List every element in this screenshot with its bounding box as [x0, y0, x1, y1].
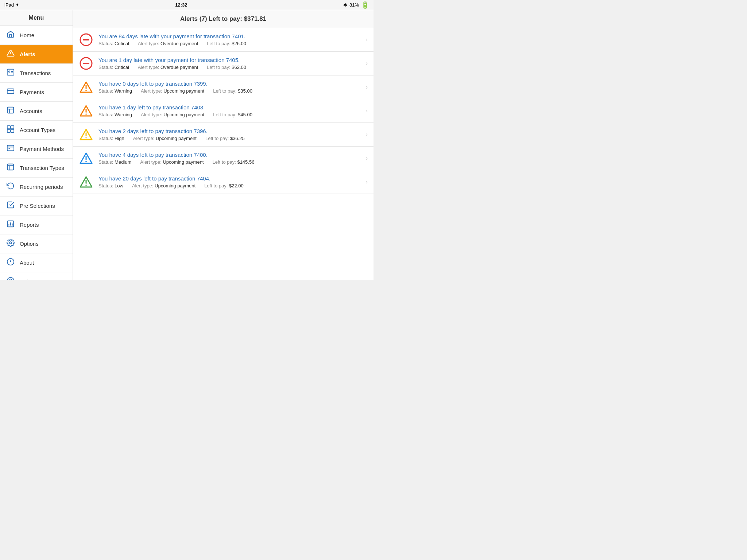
ipad-label: iPad ✦ [4, 2, 19, 8]
options-icon [6, 239, 15, 249]
alert-body-2: You are 1 day late with your payment for… [98, 57, 358, 70]
svg-point-25 [9, 242, 12, 244]
sidebar-label-payments: Payments [20, 89, 44, 95]
alert-type-label-7: Alert type: Upcoming payment [132, 183, 196, 188]
left-to-pay-label-6: Left to pay: $145.56 [212, 159, 254, 165]
svg-rect-18 [8, 164, 14, 170]
status-label-3: Status: Warning [98, 88, 132, 94]
account-types-icon [6, 125, 15, 135]
sidebar-label-alerts: Alerts [20, 51, 35, 57]
battery-label: 81% [349, 2, 359, 8]
alert-meta-6: Status: Medium Alert type: Upcoming paym… [98, 159, 358, 165]
svg-rect-33 [83, 39, 89, 40]
alert-type-label-2: Alert type: Overdue payment [138, 65, 198, 70]
sidebar-item-recurring-periods[interactable]: Recurring periods [0, 178, 73, 197]
reports-icon [6, 220, 15, 230]
alert-meta-2: Status: Critical Alert type: Overdue pay… [98, 65, 358, 70]
alert-body-3: You have 0 days left to pay transaction … [98, 81, 358, 94]
svg-rect-37 [86, 85, 87, 89]
alert-type-label-6: Alert type: Upcoming payment [140, 159, 204, 165]
sidebar-item-help[interactable]: Help [0, 272, 73, 280]
sidebar-item-home[interactable]: Home [0, 26, 73, 45]
content-header: Alerts (7) Left to pay: $371.81 [73, 10, 374, 28]
status-label-4: Status: Warning [98, 112, 132, 117]
alert-icon-2 [79, 56, 93, 71]
status-label-6: Status: Medium [98, 159, 131, 165]
bluetooth-icon: ✱ [343, 2, 347, 8]
alert-title-3: You have 0 days left to pay transaction … [98, 81, 358, 87]
left-to-pay-label-2: Left to pay: $62.00 [207, 65, 246, 70]
sidebar-item-payments[interactable]: Payments [0, 83, 73, 102]
svg-point-41 [85, 113, 87, 115]
svg-rect-8 [8, 107, 14, 113]
status-right: ✱ 81% 🔋 [343, 1, 369, 9]
alert-row-3[interactable]: You have 0 days left to pay transaction … [73, 75, 374, 99]
sidebar-label-pre-selections: Pre Selections [20, 203, 55, 209]
sidebar-label-transaction-types: Transaction Types [20, 165, 64, 171]
svg-rect-15 [7, 145, 14, 151]
sidebar-item-payment-methods[interactable]: Payment Methods [0, 140, 73, 159]
alert-row-6[interactable]: You have 4 days left to pay transaction … [73, 147, 374, 170]
sidebar-item-transactions[interactable]: Transactions [0, 64, 73, 83]
transaction-types-icon [6, 163, 15, 173]
alert-row-1[interactable]: You are 84 days late with your payment f… [73, 28, 374, 52]
alert-body-6: You have 4 days left to pay transaction … [98, 152, 358, 165]
chevron-icon-6: › [366, 155, 368, 162]
payment-methods-icon [6, 144, 15, 154]
alert-row-5[interactable]: You have 2 days left to pay transaction … [73, 123, 374, 147]
sidebar-header: Menu [0, 10, 73, 26]
svg-point-29 [7, 277, 14, 280]
alert-type-label-5: Alert type: Upcoming payment [133, 136, 197, 141]
svg-point-3 [9, 71, 10, 72]
sidebar-label-options: Options [20, 241, 39, 247]
main-container: Menu Home Alerts [0, 10, 374, 280]
sidebar-item-alerts[interactable]: Alerts [0, 45, 73, 64]
alert-body-4: You have 1 day left to pay transaction 7… [98, 104, 358, 117]
status-label-2: Status: Critical [98, 65, 129, 70]
left-to-pay-label-7: Left to pay: $22.00 [204, 183, 244, 188]
sidebar-item-options[interactable]: Options [0, 234, 73, 253]
sidebar-item-account-types[interactable]: Account Types [0, 121, 73, 140]
alert-row-2[interactable]: You are 1 day late with your payment for… [73, 52, 374, 75]
sidebar-item-about[interactable]: About [0, 253, 73, 272]
empty-section-2 [73, 223, 374, 252]
alert-body-1: You are 84 days late with your payment f… [98, 33, 358, 46]
alert-meta-5: Status: High Alert type: Upcoming paymen… [98, 136, 358, 141]
alert-title-6: You have 4 days left to pay transaction … [98, 152, 358, 158]
alert-title-2: You are 1 day late with your payment for… [98, 57, 358, 63]
alert-meta-7: Status: Low Alert type: Upcoming payment… [98, 183, 358, 188]
chevron-icon-2: › [366, 60, 368, 67]
sidebar-item-transaction-types[interactable]: Transaction Types [0, 159, 73, 178]
left-to-pay-label-4: Left to pay: $45.00 [213, 112, 252, 117]
sidebar-item-pre-selections[interactable]: Pre Selections [0, 197, 73, 215]
chevron-icon-5: › [366, 131, 368, 138]
sidebar-item-accounts[interactable]: Accounts [0, 102, 73, 121]
alert-icon-6 [79, 151, 93, 166]
payments-icon [6, 87, 15, 97]
chevron-icon-7: › [366, 179, 368, 185]
status-left: iPad ✦ [4, 2, 19, 8]
status-bar: iPad ✦ 12:32 ✱ 81% 🔋 [0, 0, 374, 10]
status-label-7: Status: Low [98, 183, 123, 188]
alert-meta-4: Status: Warning Alert type: Upcoming pay… [98, 112, 358, 117]
alert-type-label-4: Alert type: Upcoming payment [141, 112, 204, 117]
status-label-1: Status: Critical [98, 41, 129, 46]
alert-icon-4 [79, 104, 93, 118]
accounts-icon [6, 106, 15, 116]
alert-row-4[interactable]: You have 1 day left to pay transaction 7… [73, 99, 374, 123]
alert-row-7[interactable]: You have 20 days left to pay transaction… [73, 170, 374, 194]
left-to-pay-label-3: Left to pay: $35.00 [213, 88, 252, 94]
alert-icon-3 [79, 80, 93, 94]
svg-rect-43 [86, 132, 87, 136]
left-to-pay-label-1: Left to pay: $26.00 [207, 41, 246, 46]
svg-rect-12 [11, 126, 14, 129]
sidebar-item-reports[interactable]: Reports [0, 215, 73, 234]
alert-title-4: You have 1 day left to pay transaction 7… [98, 104, 358, 110]
alert-body-7: You have 20 days left to pay transaction… [98, 175, 358, 188]
alert-title-5: You have 2 days left to pay transaction … [98, 128, 358, 134]
alert-title-7: You have 20 days left to pay transaction… [98, 175, 358, 182]
sidebar-label-transactions: Transactions [20, 70, 51, 76]
sidebar-label-about: About [20, 260, 34, 266]
sidebar-label-help: Help [20, 279, 31, 280]
alert-body-5: You have 2 days left to pay transaction … [98, 128, 358, 141]
